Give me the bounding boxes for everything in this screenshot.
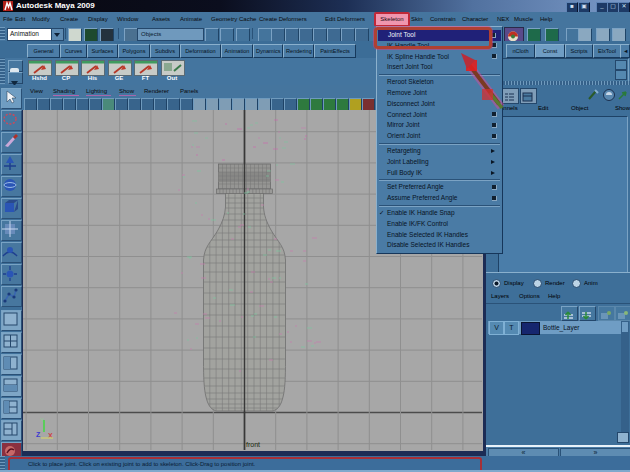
- svg-text:Y: Y: [40, 417, 44, 423]
- svg-text:Z: Z: [36, 431, 41, 438]
- svg-text:front: front: [246, 441, 260, 448]
